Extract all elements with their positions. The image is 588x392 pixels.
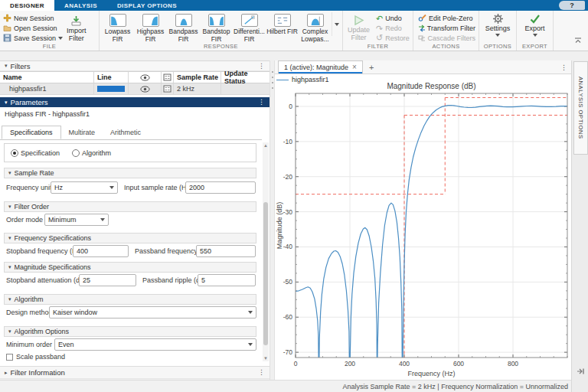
svg-text:800: 800 [508,360,518,368]
filter-section-label: FILTER [343,43,413,50]
undo-button[interactable]: ↶Undo [376,14,410,24]
tab-arithmetic[interactable]: Arithmetic [103,126,149,139]
filters-table-header: Name Line Sample Rate Update Status [0,71,270,83]
settings-button[interactable]: Settings [479,11,516,37]
save-session-button[interactable]: Save Session [3,33,63,43]
tab-display-options[interactable]: DISPLAY OPTIONS [107,0,187,11]
scroll-down-icon[interactable]: ▼ [263,355,268,361]
parameters-section-header[interactable]: ▾ Parameters ⋮ [0,97,270,107]
legend-toggle[interactable] [162,83,174,94]
filter-row-highpassfir1[interactable]: highpassfir1 2 kHz [0,83,270,95]
new-figure-tab-button[interactable]: + [363,60,380,74]
highpass-fir-button[interactable]: HighpassFIR [134,12,167,43]
export-button[interactable]: Export [517,11,553,37]
passband-frequency-field[interactable] [196,245,256,257]
visibility-toggle[interactable] [129,83,162,94]
complex-lowpass-fir-icon [307,14,324,27]
bandpass-fir-button[interactable]: BandpassFIR [167,12,200,43]
stopband-frequency-field[interactable] [73,245,129,257]
radio-algorithm[interactable]: Algorithm [72,149,111,157]
svg-text:-70: -70 [283,348,293,356]
collapse-filters-icon: ▾ [5,63,8,69]
minimum-order-dropdown[interactable]: Even [54,338,256,351]
stopband-attenuation-field[interactable] [79,274,136,286]
filter-information-menu-icon[interactable]: ⋮ [258,369,265,376]
passband-ripple-field[interactable] [198,274,256,286]
cascade-filters-button[interactable]: Cascade Filters [418,33,475,43]
filter-information-title: Filter Information [11,368,65,377]
save-session-caret-icon[interactable] [58,37,63,40]
complex-lowpass-fir-button[interactable]: ComplexLowpas... [299,12,332,43]
filter-update-status [221,83,270,94]
legend-icon [163,85,172,93]
svg-text:-20: -20 [283,173,293,181]
algorithm-section-header[interactable]: ▾ Algorithm [4,294,256,305]
sample-rate-section-header[interactable]: ▾ Sample Rate [4,168,256,178]
svg-text:-50: -50 [283,278,293,286]
redo-icon: ↷ [376,24,383,33]
order-mode-dropdown[interactable]: Minimum [44,214,109,226]
frequency-units-dropdown[interactable]: Hz [51,181,118,194]
col-sample-rate: Sample Rate [174,72,221,83]
radio-specification-icon [11,149,18,157]
restore-icon: ↺ [376,34,383,42]
line-color-swatch[interactable] [97,86,125,92]
frequency-specs-row: Stopband frequency (Hz) Passband frequen… [0,244,260,258]
open-session-button[interactable]: Open Session [3,23,63,33]
analysis-options-strip: ANALYSIS OPTIONS [571,60,588,392]
open-folder-icon [3,24,11,32]
file-section: New Session Open Session Save Session Im… [0,11,100,51]
analysis-options-tab[interactable]: ANALYSIS OPTIONS [573,61,588,155]
tab-specifications[interactable]: Specifications [2,126,61,139]
parameters-menu-icon[interactable]: ⋮ [258,99,265,106]
dropdown-caret-icon [100,218,105,221]
dropdown-caret-icon [248,311,253,314]
response-gallery-expand-button[interactable] [332,12,341,36]
ribbon-tabstrip: DESIGNER ANALYSIS DISPLAY OPTIONS [0,0,588,11]
new-session-button[interactable]: New Session [3,13,63,23]
import-filter-button[interactable]: ImportFilter [67,13,87,43]
stopband-attenuation-label: Stopband attenuation (dB) [6,276,87,284]
differentiator-fir-icon [241,14,258,27]
collapse-icon: ▾ [8,328,11,335]
minimum-order-row: Minimum order Even [0,338,260,351]
scale-passband-checkbox[interactable]: Scale passband [6,353,65,361]
lowpass-fir-button[interactable]: LowpassFIR [101,12,134,43]
transform-filter-button[interactable]: Transform Filter [418,23,475,33]
gear-icon [492,13,504,24]
figure-tab-magnitude[interactable]: 1 (active): Magnitude × [278,60,363,74]
algorithm-options-section-header[interactable]: ▾ Algorithm Options [4,326,256,337]
collapse-ribbon-button[interactable] [574,33,582,47]
filter-section: UpdateFilter ↶Undo ↷Redo ↺Restore FILTER [343,11,413,51]
radio-specification[interactable]: Specification [11,149,60,157]
tab-designer[interactable]: DESIGNER [0,0,54,11]
sample-rate-row: Frequency units Hz Input sample rate (Hz… [0,181,260,194]
magnitude-specs-section-header[interactable]: ▾ Magnitude Specifications [4,262,256,273]
frequency-specs-section-header[interactable]: ▾ Frequency Specifications [4,233,256,243]
filter-order-section-header[interactable]: ▾ Filter Order [4,201,256,212]
parameters-scrollbar[interactable]: ▲ ▼ [263,142,269,361]
redo-button[interactable]: ↷Redo [376,24,410,34]
close-tab-icon[interactable]: × [352,64,357,71]
figure-menu-icon[interactable]: ⋮ [560,60,571,74]
filter-information-header[interactable]: ▸ Filter Information ⋮ [0,366,270,379]
restore-button[interactable]: ↺Restore [376,33,410,43]
differentiator-fir-button[interactable]: Differenti...FIR [233,12,266,43]
expand-filter-information-icon: ▸ [5,370,8,376]
design-method-dropdown[interactable]: Kaiser window [49,306,256,318]
edit-pole-zero-button[interactable]: Edit Pole-Zero [418,13,475,23]
hilbert-fir-button[interactable]: Hilbert FIR [266,12,299,43]
input-sample-rate-field[interactable] [185,181,256,194]
response-section-label: RESPONSE [100,43,342,50]
panel-splitter[interactable] [270,60,275,380]
update-filter-button[interactable]: UpdateFilter [348,12,370,43]
scroll-up-icon[interactable]: ▲ [263,142,268,149]
undo-icon: ↶ [376,15,383,23]
scrollbar-thumb[interactable] [263,202,268,345]
filters-menu-icon[interactable]: ⋮ [258,63,265,70]
tab-analysis[interactable]: ANALYSIS [54,0,107,11]
help-button[interactable]: ? [559,1,585,10]
collapse-panel-button[interactable] [576,364,585,378]
bandstop-fir-button[interactable]: BandstopFIR [200,12,233,43]
tab-multirate[interactable]: Multirate [61,126,103,139]
